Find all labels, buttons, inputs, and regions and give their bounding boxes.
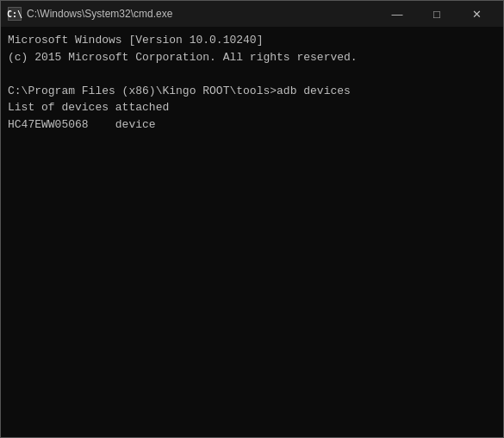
console-line: [8, 150, 496, 167]
console-line: [8, 200, 496, 217]
console-line: Microsoft Windows [Version 10.0.10240]: [8, 32, 496, 49]
console-line: (c) 2015 Microsoft Corporation. All righ…: [8, 49, 496, 66]
console-line: [8, 166, 496, 184]
console-line: HC47EWW05068 device: [8, 116, 496, 134]
window-controls: — □ ✕: [377, 1, 496, 27]
console-line: [8, 301, 496, 318]
cmd-icon: C:\: [8, 7, 22, 21]
console-line: [8, 66, 496, 83]
titlebar: C:\ C:\Windows\System32\cmd.exe — □ ✕: [1, 1, 503, 27]
console-line: [8, 285, 496, 302]
console-line: List of devices attached: [8, 99, 496, 116]
console-line: [8, 435, 496, 437]
console-line: [8, 352, 496, 369]
console-output[interactable]: Microsoft Windows [Version 10.0.10240](c…: [1, 27, 503, 437]
cmd-window: C:\ C:\Windows\System32\cmd.exe — □ ✕ Mi…: [0, 0, 504, 438]
console-line: [8, 133, 496, 150]
console-line: [8, 419, 496, 436]
console-line: [8, 267, 496, 285]
console-line: [8, 251, 496, 268]
minimize-button[interactable]: —: [377, 1, 417, 27]
console-line: [8, 234, 496, 251]
console-line: [8, 184, 496, 201]
console-line: C:\Program Files (x86)\Kingo ROOT\tools>…: [8, 83, 496, 100]
maximize-button[interactable]: □: [417, 1, 457, 27]
console-line: [8, 335, 496, 352]
window-title: C:\Windows\System32\cmd.exe: [27, 8, 377, 20]
console-line: [8, 402, 496, 419]
console-line: [8, 368, 496, 385]
console-line: [8, 217, 496, 235]
close-button[interactable]: ✕: [457, 1, 496, 27]
console-line: [8, 318, 496, 335]
console-line: [8, 385, 496, 403]
